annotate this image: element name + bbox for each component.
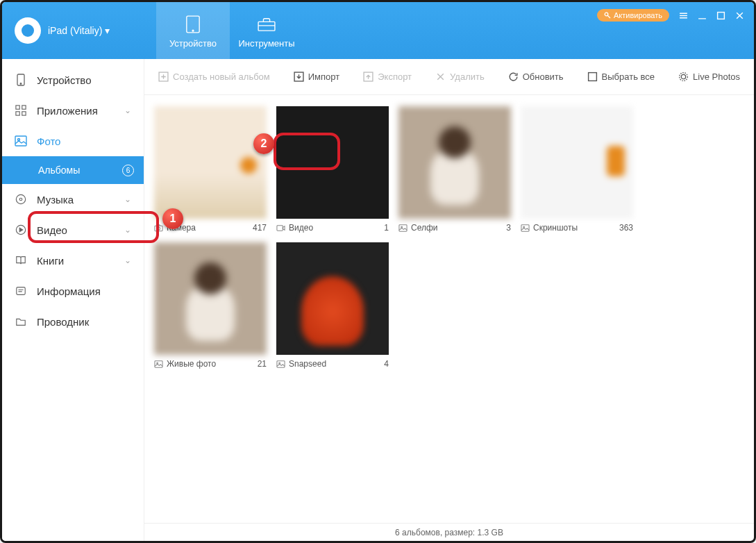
album-item[interactable]: Живые фото21 — [154, 242, 267, 369]
content-area: Камера417Видео1Селфи3Скриншоты363Живые ф… — [144, 95, 754, 523]
image-icon — [398, 224, 408, 233]
toolbox-icon — [257, 13, 276, 35]
tab-device[interactable]: Устройство — [156, 2, 230, 59]
svg-rect-23 — [17, 287, 25, 295]
svg-rect-17 — [22, 112, 26, 115]
toolbar-label: Экспорт — [378, 72, 412, 82]
camera-icon — [154, 224, 163, 233]
sidebar-item-explorer[interactable]: Проводник — [2, 306, 144, 337]
svg-rect-34 — [155, 226, 162, 231]
sidebar-item-info[interactable]: Информация — [2, 276, 144, 306]
svg-rect-36 — [277, 225, 283, 230]
photo-icon — [15, 135, 27, 147]
svg-point-19 — [18, 139, 20, 141]
toolbar-label: Удалить — [450, 72, 485, 82]
status-text: 6 альбомов, размер: 1.3 GB — [395, 528, 503, 537]
sidebar-label: Устройство — [37, 74, 91, 86]
new-album-button[interactable]: Создать новый альбом — [151, 67, 277, 86]
video-icon — [15, 224, 27, 236]
svg-rect-2 — [258, 22, 275, 31]
apps-icon — [15, 104, 27, 117]
album-count: 1 — [384, 223, 389, 233]
sidebar-label: Видео — [37, 224, 67, 236]
refresh-icon — [508, 72, 519, 82]
toolbar-label: Импорт — [308, 72, 339, 82]
close-icon[interactable] — [735, 11, 744, 20]
chevron-down-icon: ▾ — [105, 25, 110, 36]
svg-point-13 — [20, 83, 22, 85]
app-logo-icon — [15, 17, 41, 44]
album-item[interactable]: Snapseed4 — [276, 242, 389, 369]
album-grid: Камера417Видео1Селфи3Скриншоты363Живые ф… — [154, 106, 744, 369]
album-count: 3 — [506, 223, 511, 233]
album-thumbnail — [276, 106, 389, 219]
album-name: Селфи — [411, 223, 438, 233]
minimize-icon[interactable] — [698, 11, 707, 20]
key-icon — [604, 12, 611, 19]
music-icon — [15, 193, 27, 206]
info-icon — [15, 285, 27, 297]
activate-label: Активировать — [614, 11, 662, 19]
svg-point-44 — [279, 362, 280, 364]
export-button[interactable]: Экспорт — [356, 67, 419, 86]
album-item[interactable]: Селфи3 — [398, 106, 511, 233]
app-window: iPad (Vitaliy) ▾ Устройство Инструменты — [0, 0, 756, 543]
sidebar-label: Фото — [37, 135, 60, 147]
import-button[interactable]: Импорт — [287, 67, 346, 86]
maximize-icon[interactable] — [716, 11, 725, 20]
album-count: 417 — [253, 223, 267, 233]
top-tabs: Устройство Инструменты — [156, 2, 303, 59]
tab-device-label: Устройство — [169, 38, 217, 49]
svg-rect-16 — [16, 112, 19, 115]
activate-button[interactable]: Активировать — [597, 9, 669, 22]
sidebar-item-video[interactable]: Видео ⌄ — [2, 215, 144, 245]
svg-point-4 — [605, 12, 608, 16]
svg-point-35 — [157, 226, 160, 229]
svg-point-40 — [523, 226, 525, 228]
sidebar-label: Приложения — [37, 105, 98, 117]
album-count: 363 — [619, 223, 633, 233]
titlebar: iPad (Vitaliy) ▾ Устройство Инструменты — [2, 2, 754, 59]
menu-icon[interactable] — [679, 11, 688, 20]
album-thumbnail — [521, 106, 633, 219]
album-label-row: Живые фото21 — [154, 359, 267, 369]
folder-icon — [15, 315, 27, 328]
album-label-row: Snapseed4 — [276, 359, 389, 369]
sidebar-item-albums[interactable]: Альбомы 6 — [2, 156, 144, 184]
refresh-button[interactable]: Обновить — [501, 67, 571, 86]
image-icon — [521, 224, 530, 233]
tab-tools[interactable]: Инструменты — [230, 2, 303, 59]
album-label-row: Скриншоты363 — [521, 223, 633, 233]
select-all-button[interactable]: Выбрать все — [580, 67, 662, 86]
album-item[interactable]: Камера417 — [154, 106, 267, 233]
device-selector[interactable]: iPad (Vitaliy) ▾ — [48, 25, 110, 36]
svg-rect-39 — [521, 224, 529, 231]
svg-point-42 — [157, 362, 158, 364]
sidebar-item-photo[interactable]: Фото — [2, 126, 144, 156]
svg-point-20 — [16, 194, 25, 203]
svg-point-38 — [401, 226, 403, 228]
delete-button[interactable]: Удалить — [428, 67, 492, 86]
live-photos-button[interactable]: Live Photos — [671, 67, 747, 86]
album-item[interactable]: Видео1 — [276, 106, 389, 233]
album-label-row: Видео1 — [276, 223, 389, 233]
album-name: Живые фото — [167, 359, 216, 369]
brand-area: iPad (Vitaliy) ▾ — [2, 2, 156, 59]
plus-square-icon — [158, 72, 169, 82]
album-item[interactable]: Скриншоты363 — [521, 106, 633, 233]
sidebar-item-device[interactable]: Устройство — [2, 65, 144, 95]
chevron-down-icon: ⌄ — [124, 225, 131, 235]
tablet-icon — [183, 13, 203, 35]
svg-rect-9 — [718, 12, 725, 19]
sidebar-label: Альбомы — [38, 165, 80, 176]
sidebar-item-apps[interactable]: Приложения ⌄ — [2, 95, 144, 126]
album-thumbnail — [154, 106, 267, 219]
svg-point-1 — [192, 30, 194, 31]
svg-rect-37 — [399, 224, 407, 231]
export-icon — [363, 72, 373, 82]
sidebar-item-music[interactable]: Музыка ⌄ — [2, 184, 144, 215]
chevron-down-icon: ⌄ — [124, 106, 131, 115]
album-name: Скриншоты — [533, 223, 578, 233]
checkbox-icon — [587, 72, 598, 82]
sidebar-item-books[interactable]: Книги ⌄ — [2, 245, 144, 276]
